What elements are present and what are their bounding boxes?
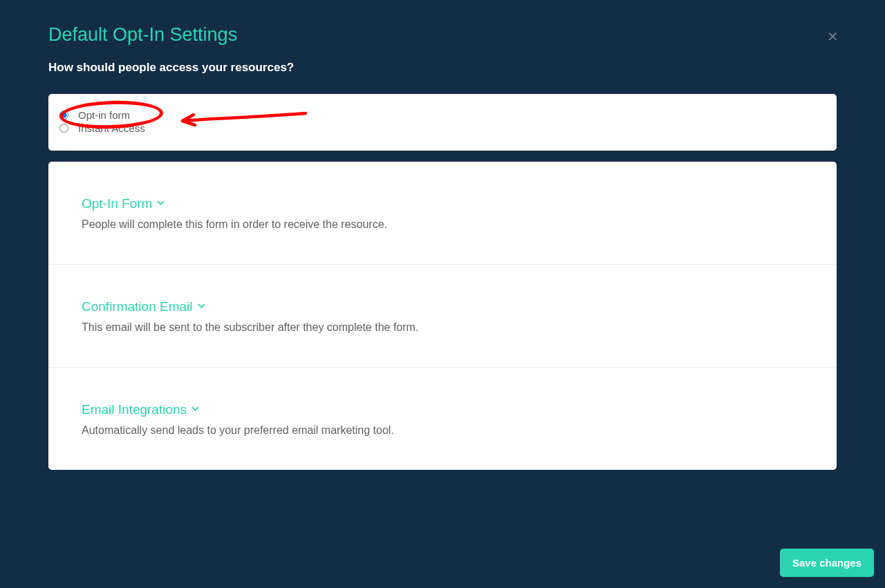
optin-form-toggle[interactable]: Opt-In Form — [82, 196, 165, 211]
settings-accordion: Opt-In Form People will complete this fo… — [48, 162, 837, 470]
optin-form-title: Opt-In Form — [82, 196, 152, 211]
radio-row-instant[interactable]: Instant Access — [59, 122, 826, 134]
modal-title: Default Opt-In Settings — [48, 24, 837, 46]
radio-instant-access[interactable] — [59, 124, 68, 133]
modal-header: Default Opt-In Settings ✕ How should peo… — [48, 24, 837, 75]
modal-subtitle: How should people access your resources? — [48, 61, 837, 75]
confirmation-email-desc: This email will be sent to the subscribe… — [82, 321, 803, 334]
close-icon: ✕ — [827, 29, 839, 44]
email-integrations-toggle[interactable]: Email Integrations — [82, 402, 200, 417]
radio-row-optin[interactable]: Opt-in form — [59, 109, 826, 121]
radio-instant-label: Instant Access — [74, 122, 145, 134]
confirmation-email-toggle[interactable]: Confirmation Email — [82, 299, 206, 314]
radio-optin-form[interactable] — [59, 111, 68, 120]
section-confirmation-email: Confirmation Email This email will be se… — [48, 265, 837, 368]
section-email-integrations: Email Integrations Automatically send le… — [48, 368, 837, 470]
save-changes-button[interactable]: Save changes — [780, 549, 874, 577]
email-integrations-desc: Automatically send leads to your preferr… — [82, 424, 803, 437]
chevron-down-icon — [156, 196, 165, 211]
access-options-card: Opt-in form Instant Access — [48, 94, 837, 151]
email-integrations-title: Email Integrations — [82, 402, 187, 417]
section-optin-form: Opt-In Form People will complete this fo… — [48, 162, 837, 265]
radio-optin-label: Opt-in form — [74, 109, 130, 121]
optin-form-desc: People will complete this form in order … — [82, 218, 803, 231]
chevron-down-icon — [191, 402, 200, 417]
confirmation-email-title: Confirmation Email — [82, 299, 193, 314]
settings-modal: Default Opt-In Settings ✕ How should peo… — [0, 0, 885, 470]
chevron-down-icon — [197, 299, 206, 314]
close-button[interactable]: ✕ — [827, 30, 839, 44]
